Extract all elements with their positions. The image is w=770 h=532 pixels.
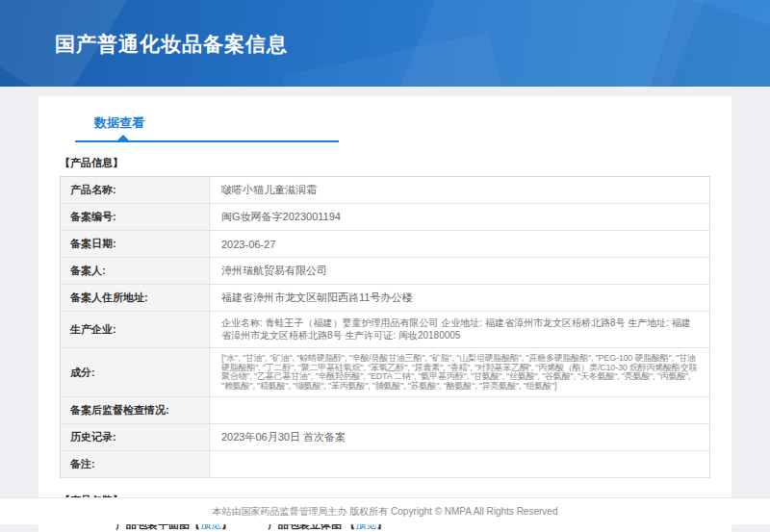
product-info-section-title: 【产品信息】 [60,156,710,170]
row-value: 啵嗒小猫儿童滋润霜 [210,177,709,203]
row-label: 备案人住所地址: [61,285,210,311]
product-info-table: 产品名称: 啵嗒小猫儿童滋润霜 备案编号: 闽G妆网备字2023001194 备… [60,176,710,478]
table-row-product-name: 产品名称: 啵嗒小猫儿童滋润霜 [61,177,709,204]
row-value: 福建省漳州市龙文区朝阳西路11号办公楼 [210,285,709,311]
table-row-remarks: 备注: [61,451,709,478]
row-value [210,397,709,423]
table-row-supervision: 备案后监督检查情况: [61,397,709,424]
row-label: 备案后监督检查情况: [61,397,210,423]
table-row-history: 历史记录: 2023年06月30日 首次备案 [61,424,709,451]
row-label: 成分: [61,348,210,396]
active-tab-caret-icon [117,135,129,140]
row-value: 企业名称: 青蛙王子（福建）婴童护理用品有限公司 企业地址: 福建省漳州市龙文区… [210,312,709,347]
table-row-registration-number: 备案编号: 闽G妆网备字2023001194 [61,204,709,231]
row-value: ["水", "甘油", "矿油", "鲸蜡硬脂醇", "辛酸/癸酸甘油三酯", … [210,348,709,396]
row-value: 闽G妆网备字2023001194 [210,204,709,230]
footer-copyright-text: 本站由国家药品监督管理局主办 版权所有 Copyright © NMPA All… [213,506,558,517]
row-label: 备案日期: [61,231,210,257]
header-decoration [282,32,507,87]
page-title: 国产普通化妆品备案信息 [55,31,288,58]
row-value: 漳州瑞航贸易有限公司 [210,258,709,284]
row-label: 备注: [61,451,210,477]
table-row-manufacturer: 生产企业: 企业名称: 青蛙王子（福建）婴童护理用品有限公司 企业地址: 福建省… [61,312,709,348]
row-label: 历史记录: [61,424,210,450]
row-label: 产品名称: [61,177,210,203]
row-value [210,451,709,477]
table-row-ingredients: 成分: ["水", "甘油", "矿油", "鲸蜡硬脂醇", "辛酸/癸酸甘油三… [61,348,709,397]
table-row-registrant: 备案人: 漳州瑞航贸易有限公司 [61,258,709,285]
row-label: 备案人: [61,258,210,284]
content-card: 数据查看 【产品信息】 产品名称: 啵嗒小猫儿童滋润霜 备案编号: 闽G妆网备字… [38,96,732,532]
row-value: 2023-06-27 [210,231,709,257]
table-row-registrant-address: 备案人住所地址: 福建省漳州市龙文区朝阳西路11号办公楼 [61,285,709,312]
table-row-registration-date: 备案日期: 2023-06-27 [61,231,709,258]
tab-bar: 数据查看 [75,114,339,142]
row-value: 2023年06月30日 首次备案 [210,424,709,450]
footer: 本站由国家药品监督管理局主办 版权所有 Copyright © NMPA All… [0,497,770,524]
header-banner: 国产普通化妆品备案信息 [0,0,770,87]
row-label: 备案编号: [61,204,210,230]
row-label: 生产企业: [61,312,210,347]
